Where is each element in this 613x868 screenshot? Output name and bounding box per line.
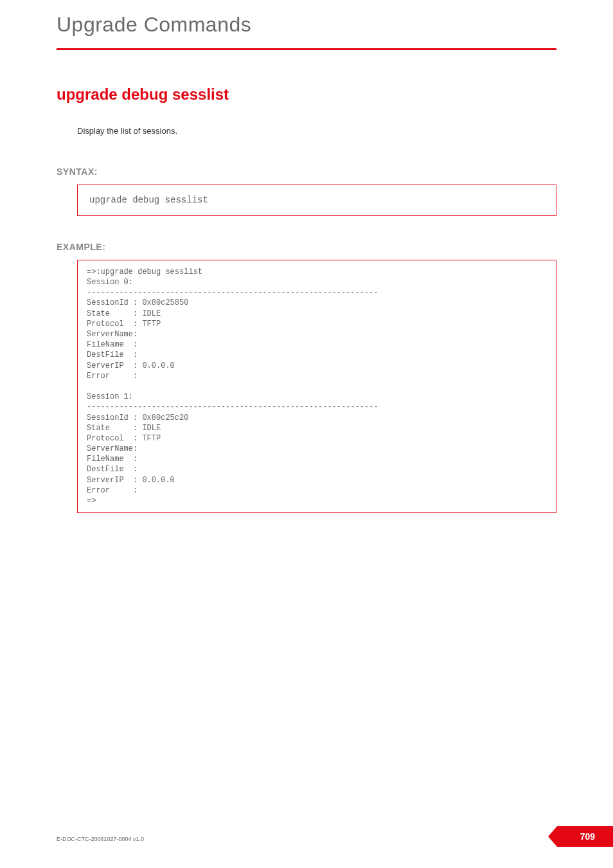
- document-id: E-DOC-CTC-20061027-0004 v1.0: [57, 836, 144, 842]
- syntax-code-block: upgrade debug sesslist: [77, 185, 556, 216]
- syntax-heading: SYNTAX:: [57, 167, 556, 177]
- chapter-title: Upgrade Commands: [57, 13, 556, 37]
- page-footer: E-DOC-CTC-20061027-0004 v1.0 709: [57, 836, 613, 842]
- section-title: upgrade debug sesslist: [57, 86, 556, 104]
- page-number-badge: 709: [557, 826, 613, 847]
- example-heading: EXAMPLE:: [57, 242, 556, 252]
- section-divider: [57, 48, 556, 50]
- example-code-block: =>:upgrade debug sesslist Session 0: ---…: [77, 260, 556, 513]
- section-description: Display the list of sessions.: [77, 126, 556, 136]
